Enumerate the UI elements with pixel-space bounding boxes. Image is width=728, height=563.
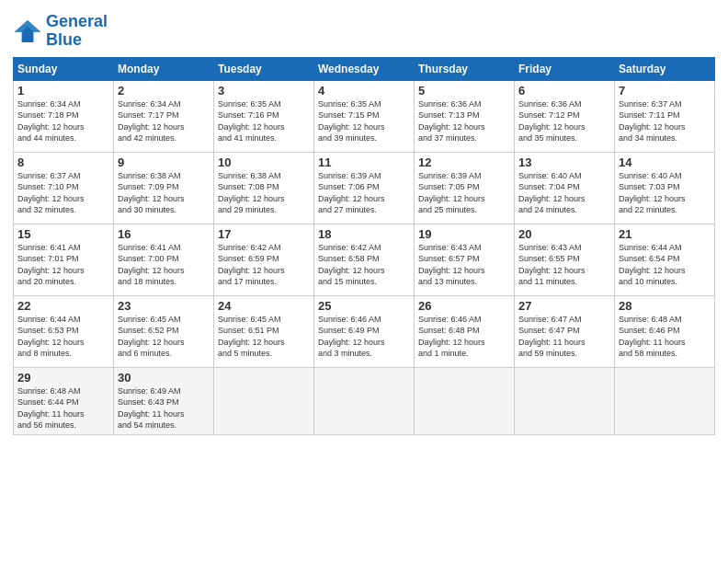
day-number: 16 [118, 227, 210, 241]
calendar-cell: 6Sunrise: 6:36 AMSunset: 7:12 PMDaylight… [515, 80, 615, 152]
col-sunday: Sunday [14, 57, 114, 80]
day-number: 20 [518, 227, 610, 241]
logo-text: General Blue [46, 13, 108, 50]
day-info: Sunrise: 6:44 AMSunset: 6:54 PMDaylight:… [619, 242, 711, 288]
calendar-cell: 26Sunrise: 6:46 AMSunset: 6:48 PMDayligh… [415, 295, 515, 367]
day-number: 19 [418, 227, 510, 241]
day-number: 26 [418, 299, 510, 313]
day-number: 25 [318, 299, 410, 313]
day-info: Sunrise: 6:46 AMSunset: 6:49 PMDaylight:… [318, 314, 410, 360]
day-number: 3 [218, 84, 310, 98]
day-number: 22 [17, 299, 109, 313]
day-number: 1 [17, 84, 109, 98]
day-number: 27 [518, 299, 610, 313]
day-info: Sunrise: 6:40 AMSunset: 7:03 PMDaylight:… [619, 170, 711, 216]
calendar-cell: 17Sunrise: 6:42 AMSunset: 6:59 PMDayligh… [214, 224, 314, 295]
day-number: 5 [418, 84, 510, 98]
day-number: 8 [17, 155, 109, 169]
day-info: Sunrise: 6:38 AMSunset: 7:09 PMDaylight:… [118, 170, 210, 216]
calendar-cell: 12Sunrise: 6:39 AMSunset: 7:05 PMDayligh… [415, 152, 515, 224]
day-info: Sunrise: 6:34 AMSunset: 7:18 PMDaylight:… [17, 98, 109, 144]
calendar-table: Sunday Monday Tuesday Wednesday Thursday… [13, 57, 715, 435]
day-number: 14 [619, 155, 711, 169]
day-info: Sunrise: 6:35 AMSunset: 7:15 PMDaylight:… [318, 98, 410, 144]
calendar-week-row: 29Sunrise: 6:48 AMSunset: 6:44 PMDayligh… [14, 367, 715, 434]
day-info: Sunrise: 6:44 AMSunset: 6:53 PMDaylight:… [17, 314, 109, 360]
day-number: 4 [318, 84, 410, 98]
calendar-cell: 2Sunrise: 6:34 AMSunset: 7:17 PMDaylight… [114, 80, 214, 152]
day-number: 24 [218, 299, 310, 313]
calendar-cell: 1Sunrise: 6:34 AMSunset: 7:18 PMDaylight… [14, 80, 114, 152]
day-info: Sunrise: 6:38 AMSunset: 7:08 PMDaylight:… [218, 170, 310, 216]
day-info: Sunrise: 6:37 AMSunset: 7:11 PMDaylight:… [619, 98, 711, 144]
calendar-cell: 25Sunrise: 6:46 AMSunset: 6:49 PMDayligh… [314, 295, 415, 367]
header: General Blue [13, 9, 715, 50]
col-saturday: Saturday [615, 57, 715, 80]
day-info: Sunrise: 6:45 AMSunset: 6:52 PMDaylight:… [118, 314, 210, 360]
col-friday: Friday [515, 57, 615, 80]
day-info: Sunrise: 6:40 AMSunset: 7:04 PMDaylight:… [518, 170, 610, 216]
calendar-cell [314, 367, 415, 434]
page-container: General Blue Sunday Monday Tuesday Wedne… [0, 0, 728, 563]
day-info: Sunrise: 6:41 AMSunset: 7:01 PMDaylight:… [17, 242, 109, 288]
col-monday: Monday [114, 57, 214, 80]
logo-wordmark: General Blue [46, 13, 108, 50]
day-number: 29 [17, 371, 109, 385]
day-number: 18 [318, 227, 410, 241]
calendar-cell: 8Sunrise: 6:37 AMSunset: 7:10 PMDaylight… [14, 152, 114, 224]
col-tuesday: Tuesday [214, 57, 314, 80]
calendar-cell: 3Sunrise: 6:35 AMSunset: 7:16 PMDaylight… [214, 80, 314, 152]
day-info: Sunrise: 6:43 AMSunset: 6:57 PMDaylight:… [418, 242, 510, 288]
day-number: 12 [418, 155, 510, 169]
day-info: Sunrise: 6:47 AMSunset: 6:47 PMDaylight:… [518, 314, 610, 360]
logo-blue: Blue [46, 30, 82, 49]
day-info: Sunrise: 6:36 AMSunset: 7:13 PMDaylight:… [418, 98, 510, 144]
calendar-cell: 11Sunrise: 6:39 AMSunset: 7:06 PMDayligh… [314, 152, 415, 224]
calendar-cell: 30Sunrise: 6:49 AMSunset: 6:43 PMDayligh… [114, 367, 214, 434]
calendar-cell [515, 367, 615, 434]
day-number: 7 [619, 84, 711, 98]
calendar-cell [214, 367, 314, 434]
calendar-cell: 20Sunrise: 6:43 AMSunset: 6:55 PMDayligh… [515, 224, 615, 295]
calendar-cell: 27Sunrise: 6:47 AMSunset: 6:47 PMDayligh… [515, 295, 615, 367]
calendar-week-row: 1Sunrise: 6:34 AMSunset: 7:18 PMDaylight… [14, 80, 715, 152]
day-number: 30 [118, 371, 210, 385]
day-info: Sunrise: 6:46 AMSunset: 6:48 PMDaylight:… [418, 314, 510, 360]
day-info: Sunrise: 6:48 AMSunset: 6:46 PMDaylight:… [619, 314, 711, 360]
day-number: 28 [619, 299, 711, 313]
calendar-cell: 5Sunrise: 6:36 AMSunset: 7:13 PMDaylight… [415, 80, 515, 152]
day-number: 17 [218, 227, 310, 241]
calendar-cell: 29Sunrise: 6:48 AMSunset: 6:44 PMDayligh… [14, 367, 114, 434]
day-info: Sunrise: 6:36 AMSunset: 7:12 PMDaylight:… [518, 98, 610, 144]
day-number: 2 [118, 84, 210, 98]
col-wednesday: Wednesday [314, 57, 415, 80]
calendar-cell [615, 367, 715, 434]
calendar-cell: 21Sunrise: 6:44 AMSunset: 6:54 PMDayligh… [615, 224, 715, 295]
calendar-cell: 24Sunrise: 6:45 AMSunset: 6:51 PMDayligh… [214, 295, 314, 367]
day-info: Sunrise: 6:39 AMSunset: 7:05 PMDaylight:… [418, 170, 510, 216]
calendar-cell: 13Sunrise: 6:40 AMSunset: 7:04 PMDayligh… [515, 152, 615, 224]
day-number: 10 [218, 155, 310, 169]
day-number: 13 [518, 155, 610, 169]
calendar-cell: 23Sunrise: 6:45 AMSunset: 6:52 PMDayligh… [114, 295, 214, 367]
calendar-week-row: 15Sunrise: 6:41 AMSunset: 7:01 PMDayligh… [14, 224, 715, 295]
calendar-cell: 9Sunrise: 6:38 AMSunset: 7:09 PMDaylight… [114, 152, 214, 224]
day-number: 21 [619, 227, 711, 241]
calendar-cell: 7Sunrise: 6:37 AMSunset: 7:11 PMDaylight… [615, 80, 715, 152]
calendar-cell: 28Sunrise: 6:48 AMSunset: 6:46 PMDayligh… [615, 295, 715, 367]
calendar-cell: 22Sunrise: 6:44 AMSunset: 6:53 PMDayligh… [14, 295, 114, 367]
col-thursday: Thursday [415, 57, 515, 80]
day-number: 6 [518, 84, 610, 98]
calendar-week-row: 8Sunrise: 6:37 AMSunset: 7:10 PMDaylight… [14, 152, 715, 224]
day-info: Sunrise: 6:43 AMSunset: 6:55 PMDaylight:… [518, 242, 610, 288]
day-info: Sunrise: 6:42 AMSunset: 6:59 PMDaylight:… [218, 242, 310, 288]
day-info: Sunrise: 6:41 AMSunset: 7:00 PMDaylight:… [118, 242, 210, 288]
day-info: Sunrise: 6:34 AMSunset: 7:17 PMDaylight:… [118, 98, 210, 144]
day-number: 23 [118, 299, 210, 313]
calendar-cell: 4Sunrise: 6:35 AMSunset: 7:15 PMDaylight… [314, 80, 415, 152]
day-info: Sunrise: 6:35 AMSunset: 7:16 PMDaylight:… [218, 98, 310, 144]
calendar-cell: 10Sunrise: 6:38 AMSunset: 7:08 PMDayligh… [214, 152, 314, 224]
logo-icon [13, 18, 42, 44]
day-number: 15 [17, 227, 109, 241]
calendar-week-row: 22Sunrise: 6:44 AMSunset: 6:53 PMDayligh… [14, 295, 715, 367]
